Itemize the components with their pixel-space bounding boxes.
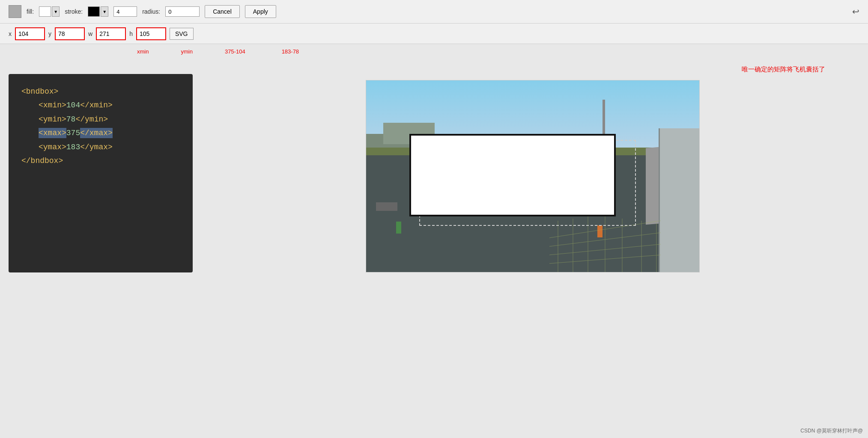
code-block: <bndbox> <xmin>104</xmin> <ymin>78</ymin… [9,74,193,272]
worker-green [396,222,401,234]
h-input[interactable] [136,27,166,40]
cancel-button[interactable]: Cancel [205,5,240,18]
annotation-rectangle [409,134,616,216]
stroke-label: stroke: [65,8,83,15]
x-input[interactable] [15,27,45,40]
fill-color-box [39,6,51,17]
w-calc-annotation: 375-104 [225,48,245,55]
stroke-dropdown-arrow[interactable]: ▼ [101,6,108,17]
watermark: CSDN @莫听穿林打叶声@ [800,427,863,435]
apply-button[interactable]: Apply [245,5,276,18]
color-swatch [9,5,21,18]
code-line-xmin: <xmin>104</xmin> [39,98,180,112]
stroke-width-input[interactable] [113,6,137,17]
annotation-labels-row: xmin ymin 375-104 183-78 [0,44,868,57]
radius-input[interactable] [165,6,200,17]
y-input[interactable] [55,27,85,40]
h-calc-annotation: 183-78 [282,48,299,55]
toolbar-row1: fill: ▼ stroke: ▼ radius: Cancel Apply ↩ [0,0,868,24]
fill-dropdown-arrow[interactable]: ▼ [52,6,60,17]
svg-button[interactable]: SVG [170,28,194,40]
caption-text: 唯一确定的矩阵将飞机囊括了 [742,65,825,74]
jetbridge-structure [659,128,699,272]
stroke-color-box [88,6,100,17]
main-content: <bndbox> <xmin>104</xmin> <ymin>78</ymin… [0,57,868,281]
undo-button[interactable]: ↩ [852,6,859,17]
ground-vehicle [376,202,397,211]
code-line-bndbox-close: </bndbox> [21,154,180,168]
code-line-xmax: <xmax>375</xmax> [39,126,180,140]
right-panel: 唯一确定的矩阵将飞机囊括了 [206,65,859,272]
code-line-ymax: <ymax>183</ymax> [39,140,180,154]
radius-label: radius: [142,8,160,15]
toolbar-row2: x y w h SVG [0,24,868,44]
h-label: h [129,30,133,37]
image-container [366,80,700,272]
code-line-ymin: <ymin>78</ymin> [39,112,180,126]
xmin-annotation: xmin [137,48,149,55]
w-input[interactable] [96,27,126,40]
stroke-color-picker[interactable]: ▼ [88,6,108,17]
fill-color-picker[interactable]: ▼ [39,6,60,17]
ymin-annotation: ymin [181,48,192,55]
x-label: x [9,30,12,37]
y-label: y [48,30,51,37]
fill-label: fill: [27,8,34,15]
w-label: w [88,30,92,37]
code-line-bndbox-open: <bndbox> [21,85,180,98]
